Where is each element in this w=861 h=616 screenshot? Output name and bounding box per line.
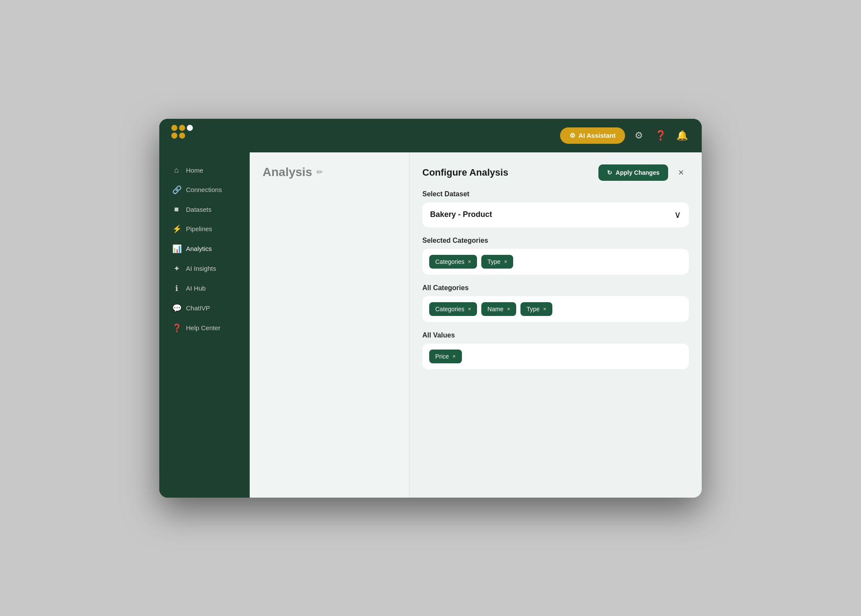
help-icon-button[interactable]: ❓ (653, 128, 668, 143)
logo-dot-8 (179, 140, 185, 146)
all-categories-box: Categories × Name × Type × (422, 296, 689, 322)
logo-dots (171, 125, 193, 146)
top-nav-right: ⚙ AI Assistant ⚙ ❓ 🔔 (560, 127, 690, 144)
all-categories-label: All Categories (422, 284, 689, 292)
all-tag-categories-remove[interactable]: × (468, 306, 471, 312)
sidebar-item-datasets[interactable]: ■ Datasets (163, 200, 246, 219)
all-tag-name-remove[interactable]: × (507, 306, 511, 312)
logo-dot-7 (171, 140, 177, 146)
dataset-dropdown[interactable]: Bakery - Product ∨ (422, 202, 689, 227)
selected-categories-box: Categories × Type × (422, 249, 689, 275)
close-panel-button[interactable]: × (673, 165, 689, 180)
logo-dot-5 (179, 133, 185, 139)
logo-dot-3 (187, 125, 193, 131)
panel-title: Configure Analysis (422, 167, 508, 178)
sidebar-label-ai-hub: AI Hub (186, 285, 206, 292)
bell-icon: 🔔 (676, 130, 688, 141)
page-title: Analysis (263, 165, 312, 179)
top-nav: ⚙ AI Assistant ⚙ ❓ 🔔 (159, 119, 702, 152)
connections-icon: 🔗 (172, 185, 181, 195)
sidebar-label-connections: Connections (186, 186, 222, 193)
all-value-price[interactable]: Price × (429, 350, 462, 363)
sidebar-label-home: Home (186, 167, 203, 174)
all-values-label: All Values (422, 331, 689, 339)
selected-tag-type-remove[interactable]: × (504, 258, 508, 265)
ai-hub-icon: ℹ (172, 284, 181, 293)
panel-header-right: ↻ Apply Changes × (598, 164, 689, 181)
ai-insights-icon: ✦ (172, 264, 181, 273)
logo (171, 125, 193, 146)
selected-tag-type[interactable]: Type × (481, 255, 513, 269)
home-icon: ⌂ (172, 166, 181, 175)
settings-icon-button[interactable]: ⚙ (631, 128, 647, 143)
selected-categories-label: Selected Categories (422, 237, 689, 245)
datasets-icon: ■ (172, 205, 181, 214)
help-icon: ❓ (655, 130, 666, 141)
pipelines-icon: ⚡ (172, 224, 181, 234)
selected-tag-categories-label: Categories (435, 258, 465, 265)
app-window: ⚙ AI Assistant ⚙ ❓ 🔔 ⌂ Home 🔗 Connectio (159, 119, 702, 498)
logo-dot-4 (171, 133, 177, 139)
sidebar-item-connections[interactable]: 🔗 Connections (163, 180, 246, 199)
app-body: ⌂ Home 🔗 Connections ■ Datasets ⚡ Pipeli… (159, 152, 702, 498)
configure-panel: Configure Analysis ↻ Apply Changes × Sel… (409, 152, 702, 498)
refresh-icon: ↻ (607, 169, 612, 176)
selected-tag-categories-remove[interactable]: × (468, 258, 471, 265)
ai-assistant-label: AI Assistant (579, 132, 616, 139)
all-tag-name-label: Name (487, 306, 503, 313)
sidebar-item-pipelines[interactable]: ⚡ Pipelines (163, 220, 246, 238)
sidebar-item-analytics[interactable]: 📊 Analytics (163, 239, 246, 258)
select-dataset-label: Select Dataset (422, 190, 689, 198)
sidebar-item-chativp[interactable]: 💬 ChatIVP (163, 299, 246, 318)
panel-header: Configure Analysis ↻ Apply Changes × (422, 164, 689, 181)
select-dataset-section: Select Dataset Bakery - Product ∨ (422, 190, 689, 227)
selected-tag-categories[interactable]: Categories × (429, 255, 477, 269)
logo-dot-9 (187, 140, 193, 146)
all-tag-type[interactable]: Type × (520, 302, 552, 316)
all-tag-categories-label: Categories (435, 306, 465, 313)
sidebar: ⌂ Home 🔗 Connections ■ Datasets ⚡ Pipeli… (159, 152, 250, 498)
sidebar-item-home[interactable]: ⌂ Home (163, 161, 246, 180)
close-icon: × (678, 167, 684, 178)
sidebar-label-analytics: Analytics (186, 245, 212, 252)
all-value-price-remove[interactable]: × (452, 353, 456, 359)
all-tag-categories[interactable]: Categories × (429, 302, 477, 316)
sidebar-label-ai-insights: AI Insights (186, 265, 216, 272)
all-values-section: All Values Price × (422, 331, 689, 369)
notifications-icon-button[interactable]: 🔔 (674, 128, 690, 143)
help-center-icon: ❓ (172, 323, 181, 333)
main-content: Analysis ✏ Supply chain efficiency (250, 152, 702, 498)
selected-categories-section: Selected Categories Categories × Type × (422, 237, 689, 275)
sidebar-label-datasets: Datasets (186, 206, 211, 213)
sidebar-label-pipelines: Pipelines (186, 225, 212, 232)
apply-changes-button[interactable]: ↻ Apply Changes (598, 164, 668, 181)
sidebar-label-help-center: Help Center (186, 324, 220, 331)
chevron-down-icon: ∨ (674, 209, 681, 220)
edit-icon[interactable]: ✏ (316, 167, 323, 177)
sidebar-item-help-center[interactable]: ❓ Help Center (163, 319, 246, 337)
logo-dot-2 (179, 125, 185, 131)
analytics-icon: 📊 (172, 244, 181, 254)
ai-assistant-icon: ⚙ (570, 132, 575, 139)
apply-changes-label: Apply Changes (616, 169, 660, 176)
all-tag-type-remove[interactable]: × (543, 306, 547, 312)
sidebar-item-ai-insights[interactable]: ✦ AI Insights (163, 259, 246, 278)
chativp-icon: 💬 (172, 303, 181, 313)
all-values-box: Price × (422, 344, 689, 369)
all-categories-section: All Categories Categories × Name × Type (422, 284, 689, 322)
logo-dot-6 (187, 133, 193, 139)
all-tag-type-label: Type (527, 306, 539, 313)
sidebar-label-chativp: ChatIVP (186, 304, 210, 312)
all-value-price-label: Price (435, 353, 449, 360)
logo-dot-1 (171, 125, 177, 131)
sidebar-item-ai-hub[interactable]: ℹ AI Hub (163, 279, 246, 298)
selected-tag-type-label: Type (487, 258, 500, 265)
all-tag-name[interactable]: Name × (481, 302, 516, 316)
dataset-value: Bakery - Product (430, 210, 492, 219)
ai-assistant-button[interactable]: ⚙ AI Assistant (560, 127, 625, 144)
settings-icon: ⚙ (635, 130, 643, 141)
